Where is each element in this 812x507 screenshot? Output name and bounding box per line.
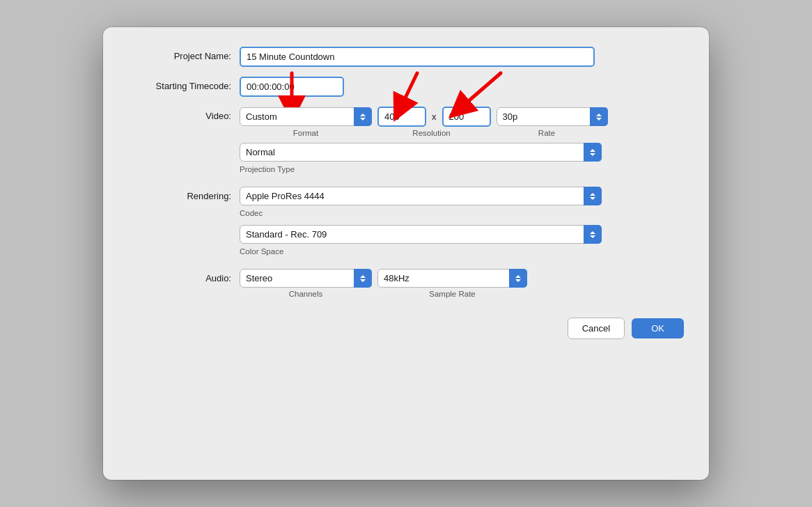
colorspace-select-wrapper: Standard - Rec. 709 HDR - Rec. 2020 P3 D…	[240, 225, 602, 244]
video-controls-group: Custom 1920x1080 1280x720 x	[240, 107, 608, 127]
video-row: Video:	[128, 107, 684, 174]
rate-select-wrapper: 30p 24p 25p 60p	[497, 107, 608, 126]
codec-sublabel: Codec	[240, 209, 263, 217]
projection-select-wrapper: Normal Equirectangular Cubic	[240, 143, 602, 162]
rate-sublabel: Rate	[491, 129, 602, 137]
audio-controls: Stereo Mono 5.1 Surround 48kHz 44.1kHz 9…	[240, 269, 527, 298]
video-sublabels: Format Resolution Rate	[240, 129, 608, 137]
dialog: Project Name: Starting Timecode: Video:	[103, 27, 709, 480]
buttons-row: Cancel OK	[128, 318, 684, 339]
samplerate-select[interactable]: 48kHz 44.1kHz 96kHz	[377, 269, 527, 288]
colorspace-sublabel: Color Space	[240, 247, 283, 256]
format-select-wrapper: Custom 1920x1080 1280x720	[240, 107, 372, 126]
cancel-button[interactable]: Cancel	[568, 318, 625, 339]
audio-sublabels: Channels Sample Rate	[240, 290, 527, 298]
resolution-sublabel: Resolution	[377, 129, 485, 137]
resolution-height-input[interactable]	[442, 107, 491, 127]
audio-label: Audio:	[128, 269, 240, 283]
timecode-controls	[240, 77, 684, 97]
video-label: Video:	[128, 107, 240, 121]
timecode-input[interactable]	[240, 77, 344, 97]
projection-select[interactable]: Normal Equirectangular Cubic	[240, 143, 602, 162]
resolution-width-input[interactable]	[377, 107, 426, 127]
channels-sublabel: Channels	[240, 290, 372, 298]
channels-select-wrapper: Stereo Mono 5.1 Surround	[240, 269, 372, 288]
codec-select-wrapper: Apple ProRes 4444 Apple ProRes 422 H.264	[240, 187, 602, 205]
project-name-row: Project Name:	[128, 47, 684, 67]
colorspace-sublabel-container: Color Space	[240, 246, 602, 256]
projection-sublabel-container: Projection Type	[240, 164, 608, 174]
rendering-row: Rendering: Apple ProRes 4444 Apple ProRe…	[128, 187, 684, 256]
samplerate-select-wrapper: 48kHz 44.1kHz 96kHz	[377, 269, 527, 288]
channels-select[interactable]: Stereo Mono 5.1 Surround	[240, 269, 372, 288]
ok-button[interactable]: OK	[632, 318, 684, 338]
project-name-controls	[240, 47, 684, 67]
rendering-label: Rendering:	[128, 187, 240, 201]
samplerate-sublabel: Sample Rate	[377, 290, 527, 298]
project-name-input[interactable]	[240, 47, 595, 67]
rendering-controls: Apple ProRes 4444 Apple ProRes 422 H.264…	[240, 187, 602, 256]
format-select[interactable]: Custom 1920x1080 1280x720	[240, 107, 372, 126]
projection-sublabel: Projection Type	[240, 165, 295, 173]
rate-select[interactable]: 30p 24p 25p 60p	[497, 107, 608, 126]
project-name-label: Project Name:	[128, 47, 240, 61]
resolution-x-separator: x	[432, 111, 437, 122]
codec-sublabel-container: Codec	[240, 208, 602, 218]
audio-row: Audio: Stereo Mono 5.1 Surround	[128, 269, 684, 298]
colorspace-select[interactable]: Standard - Rec. 709 HDR - Rec. 2020 P3 D…	[240, 225, 602, 244]
video-controls: Custom 1920x1080 1280x720 x	[240, 107, 608, 174]
codec-select[interactable]: Apple ProRes 4444 Apple ProRes 422 H.264	[240, 187, 602, 205]
format-sublabel: Format	[240, 129, 372, 137]
timecode-row: Starting Timecode:	[128, 77, 684, 97]
timecode-label: Starting Timecode:	[128, 77, 240, 91]
audio-controls-group: Stereo Mono 5.1 Surround 48kHz 44.1kHz 9…	[240, 269, 527, 288]
